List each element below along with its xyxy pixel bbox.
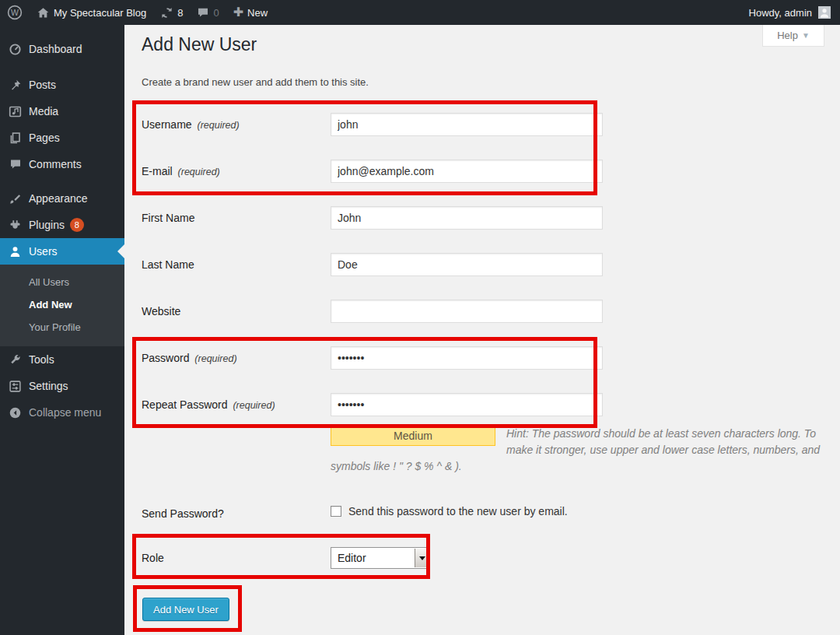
first-name-input[interactable] — [331, 206, 603, 230]
repeat-password-input[interactable] — [331, 393, 603, 416]
comments-icon — [7, 158, 23, 170]
label-text: E-mail — [142, 165, 173, 177]
sidebar-item-collapse-menu[interactable]: Collapse menu — [0, 399, 124, 426]
sidebar-item-media[interactable]: Media — [0, 98, 124, 125]
sidebar-item-comments[interactable]: Comments — [0, 151, 124, 177]
wordpress-admin-screen: W My Spectacular Blog 8 — [0, 0, 840, 635]
site-name-menu[interactable]: My Spectacular Blog — [30, 0, 153, 25]
sidebar-item-label: Appearance — [29, 192, 88, 205]
select-arrow-button[interactable] — [415, 549, 429, 567]
email-row: E-mail (required) — [142, 160, 824, 183]
my-account-menu[interactable]: Howdy, admin — [749, 6, 840, 19]
send-password-option: Send this password to the new user by em… — [331, 505, 568, 517]
role-select[interactable]: Editor — [331, 547, 430, 569]
site-name-label: My Spectacular Blog — [54, 7, 146, 19]
wrench-icon — [7, 353, 23, 367]
first-name-label: First Name — [142, 206, 309, 230]
last-name-input[interactable] — [331, 253, 603, 276]
sidebar-item-users[interactable]: Users — [0, 238, 124, 265]
page-description: Create a brand new user and add them to … — [142, 76, 369, 88]
sidebar-item-posts[interactable]: Posts — [0, 72, 124, 98]
send-password-label: Send Password? — [142, 502, 309, 525]
username-label: Username (required) — [142, 113, 309, 137]
sidebar-item-label: Comments — [29, 158, 82, 170]
users-submenu: All Users Add New Your Profile — [0, 265, 124, 346]
updates-icon — [160, 6, 173, 19]
wordpress-logo-menu[interactable]: W — [0, 0, 30, 25]
help-button[interactable]: Help ▼ — [762, 25, 824, 47]
submenu-item-your-profile[interactable]: Your Profile — [0, 316, 124, 339]
required-hint: (required) — [197, 120, 239, 131]
pages-icon — [7, 132, 23, 145]
submenu-item-all-users[interactable]: All Users — [0, 271, 124, 293]
dashboard-icon — [7, 43, 23, 56]
password-row: Password (required) — [142, 346, 824, 370]
menu-separator — [0, 62, 124, 72]
send-password-checkbox[interactable] — [331, 506, 341, 517]
svg-text:W: W — [11, 8, 19, 17]
user-icon — [7, 245, 23, 258]
main-content: Help ▼ Add New User Create a brand new u… — [124, 25, 840, 635]
sidebar-item-dashboard[interactable]: Dashboard — [0, 36, 124, 62]
sidebar-item-settings[interactable]: Settings — [0, 373, 124, 399]
required-hint: (required) — [233, 400, 275, 411]
required-hint: (required) — [178, 167, 220, 177]
comment-bubble-icon — [197, 6, 209, 19]
comment-count: 0 — [213, 7, 219, 19]
password-strength-area: Medium Hint: The password should be at l… — [331, 426, 840, 475]
sliders-icon — [7, 380, 23, 393]
new-content-menu[interactable]: ✚ New — [226, 0, 275, 25]
sidebar-item-label: Dashboard — [29, 43, 82, 55]
add-new-user-button[interactable]: Add New User — [142, 598, 229, 621]
avatar — [818, 6, 831, 19]
password-input[interactable] — [331, 346, 603, 370]
paintbrush-icon — [7, 192, 23, 205]
plus-icon: ✚ — [233, 6, 243, 19]
chevron-down-icon: ▼ — [802, 31, 810, 40]
role-row: Role Editor — [142, 546, 824, 570]
required-hint: (required) — [194, 353, 236, 364]
sidebar-item-tools[interactable]: Tools — [0, 346, 124, 373]
send-password-row: Send Password? Send this password to the… — [142, 502, 824, 525]
dropdown-arrow-icon — [419, 556, 425, 560]
updates-menu[interactable]: 8 — [153, 0, 190, 25]
website-row: Website — [142, 300, 824, 323]
sidebar-item-label: Settings — [29, 380, 68, 392]
sidebar-item-label: Collapse menu — [29, 406, 101, 419]
comments-menu[interactable]: 0 — [190, 0, 226, 25]
last-name-label: Last Name — [142, 253, 309, 276]
admin-bar: W My Spectacular Blog 8 — [0, 0, 840, 25]
username-row: Username (required) — [142, 113, 824, 136]
email-input[interactable] — [331, 160, 603, 183]
label-text: Website — [142, 305, 180, 318]
username-input[interactable] — [331, 113, 603, 136]
sidebar-item-label: Media — [29, 105, 58, 118]
wordpress-logo-icon: W — [7, 5, 23, 20]
pushpin-icon — [7, 79, 23, 92]
media-icon — [7, 105, 23, 118]
new-label: New — [247, 7, 268, 19]
label-text: First Name — [142, 212, 194, 224]
page-title: Add New User — [142, 34, 257, 55]
send-password-text: Send this password to the new user by em… — [348, 505, 568, 517]
collapse-arrow-icon — [7, 406, 23, 419]
sidebar-item-pages[interactable]: Pages — [0, 125, 124, 151]
sidebar-item-plugins[interactable]: Plugins 8 — [0, 212, 124, 238]
help-label: Help — [777, 30, 798, 41]
website-input[interactable] — [331, 300, 603, 323]
password-label: Password (required) — [142, 346, 309, 370]
plugins-update-badge: 8 — [70, 218, 84, 232]
website-label: Website — [142, 300, 309, 323]
sidebar-item-label: Posts — [29, 79, 56, 91]
repeat-password-row: Repeat Password (required) — [142, 393, 824, 416]
home-icon — [37, 6, 50, 19]
admin-sidebar: Dashboard Posts Media — [0, 25, 124, 635]
last-name-row: Last Name — [142, 253, 824, 276]
sidebar-item-appearance[interactable]: Appearance — [0, 185, 124, 212]
label-text: Repeat Password — [142, 398, 228, 411]
sidebar-item-label: Plugins — [29, 219, 65, 231]
active-item-arrow — [117, 244, 124, 258]
submenu-item-add-new[interactable]: Add New — [0, 293, 124, 316]
howdy-label: Howdy, admin — [749, 7, 812, 19]
label-text: Username — [142, 118, 192, 131]
